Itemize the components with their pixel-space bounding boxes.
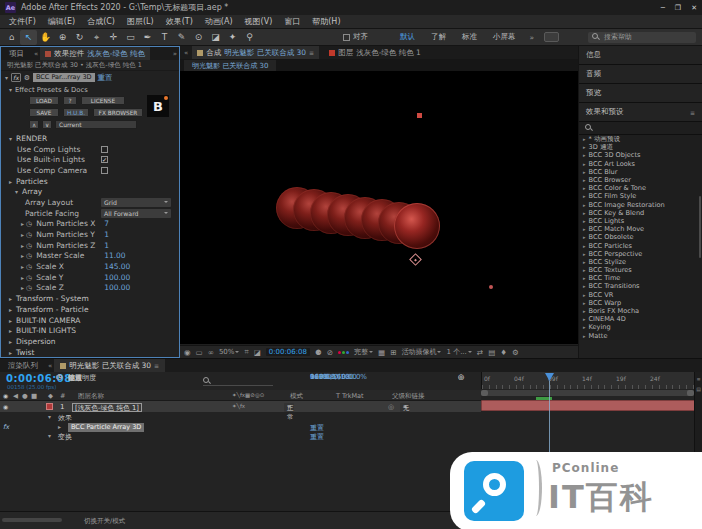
effect-name[interactable]: BCC Par...rray 3D [33, 73, 95, 82]
close-button[interactable]: ✕ [691, 4, 697, 12]
effect-category[interactable]: Boris FX Mocha [579, 307, 702, 315]
tab-effects-presets[interactable]: 效果和预设 ≡ [579, 103, 702, 122]
help-button[interactable]: ? [63, 96, 77, 105]
effect-category[interactable]: BCC Browser [579, 176, 702, 184]
tab-info[interactable]: 信息 [579, 46, 702, 65]
camera-tool[interactable]: ⌖ [88, 30, 105, 45]
mode-column[interactable]: 模式 [290, 392, 303, 401]
effect-category[interactable]: BCC Film Style [579, 192, 702, 200]
tab-preview[interactable]: 预览 [579, 84, 702, 103]
viewer-timecode[interactable]: 0:00:06:08 [266, 348, 310, 356]
layer-switches-icons[interactable]: ✦╲fx [232, 403, 245, 409]
array-layout-dropdown[interactable]: Grid [101, 198, 171, 207]
effect-category[interactable]: BCC Textures [579, 266, 702, 274]
eraser-tool[interactable]: ◪ [207, 30, 224, 45]
selection-tool[interactable]: ↖ [20, 30, 37, 45]
menu-item[interactable]: 图层(L) [121, 16, 160, 27]
twirl-right-icon[interactable] [9, 294, 12, 303]
effect-category[interactable]: BCC Key & Blend [579, 209, 702, 217]
maximize-button[interactable]: ❐ [675, 4, 681, 12]
stopwatch-icon[interactable] [26, 230, 32, 239]
menu-item[interactable]: 效果(T) [160, 16, 199, 27]
fx-badge-icon[interactable]: fx [11, 73, 21, 82]
region-of-interest-icon[interactable]: ▦ [378, 348, 385, 357]
roto-brush-tool[interactable]: ✦ [224, 30, 241, 45]
effect-category[interactable]: Keying [579, 323, 702, 331]
effect-category[interactable]: BCC Perspective [579, 250, 702, 258]
param-checkbox[interactable] [101, 167, 108, 174]
stopwatch-icon[interactable] [26, 241, 32, 250]
work-area-bar[interactable] [481, 390, 694, 396]
collapse-chevron-icon[interactable]: « [46, 362, 54, 370]
pan-behind-tool[interactable]: ✛ [105, 30, 122, 45]
effect-category[interactable]: 3D 通道 [579, 143, 702, 151]
stereo-3d-icon[interactable]: ∞ [208, 348, 214, 357]
layer-row[interactable]: ◉ 1 [浅灰色-绿色 纯色 1] ✦╲fx 正常 无 [0, 401, 481, 412]
param-value[interactable]: 7 [104, 219, 109, 228]
menu-item[interactable]: 文件(F) [3, 16, 42, 27]
puppet-pin-tool[interactable]: ⚲ [241, 30, 258, 45]
tab-composition[interactable]: 合成 明光魅影 已关联合成 30 ≡ [192, 46, 319, 59]
stopwatch-icon[interactable] [56, 373, 62, 381]
rectangle-tool[interactable]: ▭ [122, 30, 139, 45]
param-group-label[interactable]: BUILT-IN CAMERA [16, 316, 80, 325]
layer-duration-bar[interactable] [481, 400, 695, 411]
horizontal-scrollbar[interactable] [2, 518, 62, 522]
clone-stamp-tool[interactable]: ⊙ [190, 30, 207, 45]
channels-icon[interactable] [338, 351, 349, 354]
tab-audio[interactable]: 音频 [579, 65, 702, 84]
effect-category[interactable]: BCC Image Restoration [579, 201, 702, 209]
mini-icon[interactable]: ≡ [696, 376, 700, 382]
effect-category[interactable]: BCC Obsolete [579, 233, 702, 241]
twirl-right-icon[interactable] [9, 326, 12, 335]
effect-category[interactable]: BCC Blur [579, 168, 702, 176]
tab-effect-controls[interactable]: 效果控件 浅灰色-绿色 纯色 [40, 47, 150, 60]
twirl-right-icon[interactable] [58, 423, 61, 431]
workspace-standard[interactable]: 标准 [454, 32, 485, 42]
effect-category[interactable]: BCC Lights [579, 217, 702, 225]
home-icon[interactable]: ⌂ [3, 30, 20, 45]
twirl-right-icon[interactable] [21, 273, 24, 282]
tab-timeline-comp[interactable]: 明光魅影 已关联合成 30 ≡ [54, 359, 165, 372]
collapse-chevron-icon[interactable]: « [32, 50, 40, 58]
eye-icon[interactable]: ◉ [3, 403, 8, 410]
brush-tool[interactable]: ✎ [173, 30, 190, 45]
preset-prev-button[interactable]: ∧ [29, 120, 39, 129]
mini-icon[interactable]: ▤ [696, 386, 701, 392]
view-layout-dropdown[interactable]: 1 个... [446, 347, 471, 357]
panel-menu-icon[interactable]: ≡ [309, 49, 314, 56]
twirl-right-icon[interactable] [9, 348, 12, 357]
workspace-small-screen[interactable]: 小屏幕 [485, 32, 524, 42]
zoom-tool[interactable]: ⊕ [54, 30, 71, 45]
twirl-down-icon[interactable] [15, 187, 18, 196]
twirl-down-icon[interactable] [48, 432, 51, 440]
effect-category[interactable]: BCC VR [579, 291, 702, 299]
twirl-right-icon[interactable] [9, 316, 12, 325]
param-value[interactable]: 145.00 [104, 262, 130, 271]
effect-category[interactable]: CINEMA 4D [579, 315, 702, 323]
stopwatch-icon[interactable] [26, 283, 32, 292]
minimize-button[interactable]: ─ [661, 4, 665, 12]
param-group-label[interactable]: BUILT-IN LIGHTS [16, 326, 76, 335]
twirl-right-icon[interactable] [21, 283, 24, 292]
twirl-down-icon[interactable] [9, 86, 12, 94]
stopwatch-icon[interactable] [26, 262, 32, 271]
resolution-dropdown[interactable]: 完整 [354, 347, 373, 357]
hub-button[interactable]: H.U.B. [63, 108, 89, 117]
viewer-tab[interactable]: 明光魅影 已关联合成 30 [184, 60, 276, 71]
layer-color-swatch[interactable] [46, 403, 53, 410]
twirl-right-icon[interactable] [21, 241, 24, 250]
collapse-chevron-icon[interactable]: « [182, 49, 190, 57]
param-value[interactable]: 11.00 [104, 251, 125, 260]
preset-next-button[interactable]: ∨ [42, 120, 52, 129]
mask-visibility-icon[interactable]: ◪ [254, 348, 261, 357]
flowchart-icon[interactable]: ⚙ [512, 348, 519, 357]
timeline-button-icon[interactable]: ♦ [500, 348, 507, 357]
always-preview-icon[interactable]: ◉ [184, 348, 191, 357]
panel-menu-icon[interactable]: ≡ [154, 362, 159, 369]
load-button[interactable]: LOAD [29, 96, 59, 105]
render-group-label[interactable]: RENDER [16, 134, 47, 143]
parent-pickwhip-icon[interactable] [388, 403, 394, 411]
effect-category[interactable]: BCC Warp [579, 299, 702, 307]
transform-reset-link[interactable]: 重置 [310, 432, 324, 442]
